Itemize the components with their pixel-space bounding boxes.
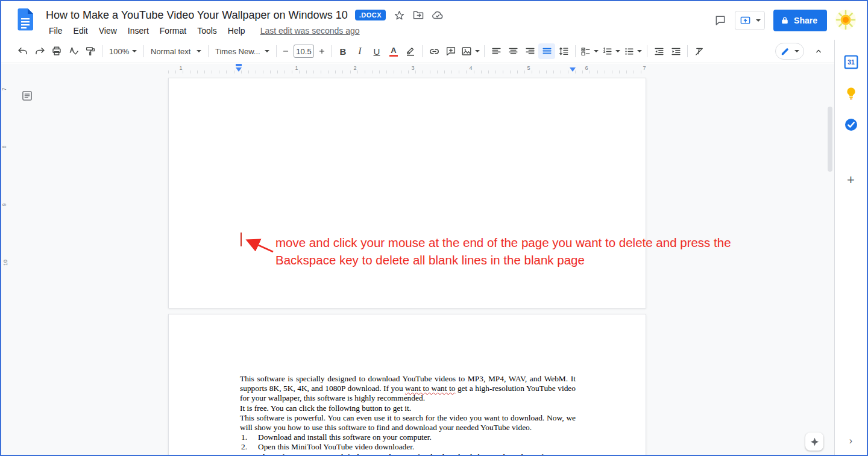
numbered-list-button[interactable]	[600, 43, 622, 59]
decrease-font-size-button[interactable]	[280, 43, 292, 59]
add-comment-button[interactable]	[442, 43, 459, 59]
menu-help[interactable]: Help	[222, 25, 251, 37]
explore-button[interactable]	[805, 433, 823, 451]
right-indent-marker[interactable]	[570, 67, 576, 72]
collapse-toolbar-button[interactable]	[810, 43, 827, 59]
paragraph-style-select[interactable]: Normal text	[147, 43, 205, 59]
chevron-down-icon	[594, 50, 599, 52]
bulleted-list-button[interactable]	[622, 43, 644, 59]
align-left-button[interactable]	[488, 43, 505, 59]
move-folder-icon[interactable]	[412, 9, 424, 21]
toolbar-separator	[276, 45, 277, 57]
toolbar-separator	[687, 45, 688, 57]
chevron-down-icon	[475, 50, 480, 52]
ruler-number: 4	[469, 65, 472, 71]
chevron-down-icon	[637, 50, 642, 52]
toolbar-separator	[484, 45, 485, 57]
calendar-icon[interactable]: 31	[842, 53, 860, 71]
toolbar-separator	[331, 45, 332, 57]
align-center-button[interactable]	[505, 43, 521, 59]
line-spacing-button[interactable]	[555, 43, 572, 59]
profile-avatar[interactable]	[835, 10, 856, 30]
vertical-scrollbar[interactable]	[828, 107, 832, 172]
svg-text:31: 31	[848, 59, 855, 66]
text-color-bar	[389, 55, 398, 57]
docx-badge[interactable]: .DOCX	[355, 10, 386, 20]
ruler-number: 3	[411, 65, 414, 71]
annotation-text: move and click your mouse at the end of …	[275, 234, 794, 269]
decrease-indent-button[interactable]	[650, 43, 667, 59]
menu-view[interactable]: View	[93, 25, 122, 37]
cloud-saved-icon[interactable]	[432, 9, 444, 21]
present-caret-icon	[756, 19, 761, 22]
toolbar-separator	[575, 45, 576, 57]
toolbar-separator	[102, 45, 102, 57]
menu-file[interactable]: File	[43, 25, 68, 37]
lock-icon	[781, 16, 789, 25]
insert-image-button[interactable]	[459, 43, 481, 59]
checklist-button[interactable]	[579, 43, 600, 59]
italic-button[interactable]: I	[351, 43, 368, 59]
paragraph: This software is specially designed to d…	[240, 374, 576, 404]
pencil-icon	[780, 46, 790, 57]
chevron-down-icon	[132, 50, 137, 52]
spellcheck-button[interactable]	[65, 43, 82, 59]
present-button[interactable]	[735, 11, 765, 30]
undo-button[interactable]	[14, 43, 31, 59]
tasks-icon[interactable]	[842, 116, 860, 134]
chevron-down-icon	[615, 50, 620, 52]
clear-formatting-button[interactable]	[691, 43, 708, 59]
comments-icon[interactable]	[714, 14, 726, 27]
keep-icon[interactable]	[842, 84, 860, 102]
menu-bar: File Edit View Insert Format Tools Help …	[43, 23, 360, 38]
toolbar-separator	[422, 45, 423, 57]
menu-tools[interactable]: Tools	[192, 25, 222, 37]
toolbar-separator	[143, 45, 144, 57]
list-item: 1.Download and install this software on …	[240, 433, 576, 442]
list-item: 2.Open this MiniTool YouTube video downl…	[240, 442, 576, 452]
menu-insert[interactable]: Insert	[122, 25, 154, 37]
paint-format-button[interactable]	[82, 43, 99, 59]
increase-indent-button[interactable]	[667, 43, 684, 59]
ruler-number: 2	[353, 65, 356, 71]
justify-button[interactable]	[538, 43, 555, 59]
page-1[interactable]	[168, 78, 646, 308]
first-line-indent-marker[interactable]	[236, 64, 242, 66]
grammar-suggestion[interactable]: want to want to	[405, 384, 455, 393]
print-button[interactable]	[48, 43, 65, 59]
paragraph: It is free. You can click the following …	[240, 404, 576, 413]
font-family-select[interactable]: Times New...	[212, 43, 273, 59]
ruler-number: 7	[643, 65, 646, 71]
document-outline-icon[interactable]	[21, 90, 33, 102]
star-icon[interactable]	[393, 9, 405, 21]
editing-mode-button[interactable]	[775, 43, 804, 60]
zoom-select[interactable]: 100%	[105, 43, 140, 59]
redo-button[interactable]	[31, 43, 48, 59]
underline-button[interactable]: U	[368, 43, 385, 59]
highlight-color-button[interactable]	[402, 43, 419, 59]
menu-format[interactable]: Format	[154, 25, 192, 37]
share-button[interactable]: Share	[773, 10, 827, 31]
insert-link-button[interactable]	[426, 43, 442, 59]
hide-side-panel-button[interactable]: ›	[835, 436, 867, 446]
font-size-input[interactable]: 10.5	[294, 45, 314, 58]
ruler-number: 5	[527, 65, 530, 71]
add-addon-button[interactable]: +	[847, 172, 855, 188]
align-right-button[interactable]	[521, 43, 538, 59]
text-color-button[interactable]: A	[385, 43, 402, 59]
docs-logo-icon[interactable]	[17, 8, 34, 31]
increase-font-size-button[interactable]	[316, 43, 328, 59]
document-text: This software is specially designed to d…	[240, 374, 576, 456]
header: How to Make a YouTube Video Your Wallpap…	[1, 1, 867, 40]
vertical-ruler-number: 8	[1, 145, 7, 148]
menu-edit[interactable]: Edit	[68, 25, 93, 37]
bold-button[interactable]: B	[335, 43, 351, 59]
toolbar: 100% Normal text Times New... 10.5 B I U…	[1, 40, 867, 63]
last-edit-link[interactable]: Last edit was seconds ago	[260, 26, 360, 36]
left-indent-marker[interactable]	[236, 67, 242, 72]
document-title[interactable]: How to Make a YouTube Video Your Wallpap…	[46, 9, 348, 22]
horizontal-ruler[interactable]: 1 1 2 3 4 5 6 7	[1, 64, 837, 75]
page-2[interactable]: This software is specially designed to d…	[168, 314, 646, 456]
vertical-ruler-number: 7	[1, 87, 7, 90]
share-label: Share	[794, 16, 817, 25]
